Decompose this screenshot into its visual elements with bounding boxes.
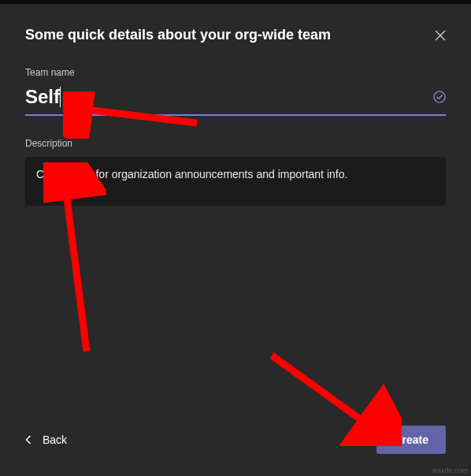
dialog-header: Some quick details about your org-wide t… [25, 27, 446, 43]
chevron-left-icon [25, 435, 32, 444]
team-name-label: Team name [25, 67, 446, 78]
svg-line-5 [272, 355, 370, 426]
back-button-label: Back [43, 433, 67, 446]
team-name-field[interactable]: Self [25, 86, 446, 116]
text-cursor [60, 87, 61, 107]
watermark: wsxdn.com [432, 467, 468, 474]
create-team-dialog: Some quick details about your org-wide t… [0, 5, 471, 476]
svg-point-2 [434, 91, 445, 102]
dialog-footer: Back Create [25, 426, 446, 454]
team-name-input[interactable]: Self [25, 86, 60, 108]
description-label: Description [25, 138, 446, 149]
dialog-title: Some quick details about your org-wide t… [25, 27, 331, 43]
check-circle-icon [433, 91, 446, 103]
description-input[interactable]: Check here for organization announcement… [25, 157, 446, 206]
close-icon[interactable] [435, 30, 446, 41]
back-button[interactable]: Back [25, 433, 67, 446]
svg-line-4 [65, 186, 87, 351]
create-button[interactable]: Create [376, 426, 446, 454]
